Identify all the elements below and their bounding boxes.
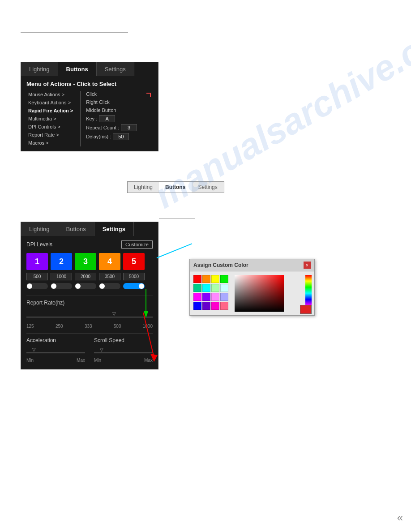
swatch-yellow[interactable] (211, 275, 219, 283)
acceleration-col: Acceleration ▽ Min Max (26, 337, 85, 363)
swatch-red[interactable] (193, 275, 201, 283)
rapid-fire-action[interactable]: Rapid Fire Action > (26, 107, 75, 114)
swatch-light-green[interactable] (211, 284, 219, 292)
scroll-min: Min (94, 358, 101, 363)
dpi-values-row (26, 273, 153, 280)
swatch-light-cyan[interactable] (220, 284, 228, 292)
swatch-hot-pink[interactable] (211, 302, 219, 310)
color-gradient-area[interactable] (235, 275, 311, 312)
swatch-rose[interactable] (220, 302, 228, 310)
dpi-value-2[interactable] (51, 273, 72, 280)
swatch-teal[interactable] (193, 284, 201, 292)
repeat-label: Repeat Count : (86, 125, 119, 130)
swatch-row-4 (193, 302, 228, 310)
tab-buttons-2[interactable]: Buttons (58, 222, 94, 236)
mid-divider (159, 219, 195, 219)
color-panel-header: Assign Custom Color × (190, 259, 314, 271)
small-tab-lighting[interactable]: Lighting (128, 182, 159, 193)
option-right-click[interactable]: Right Click (86, 99, 153, 105)
swatch-violet[interactable] (202, 302, 210, 310)
dpi-btn-1[interactable]: 1 (26, 253, 48, 270)
delay-input[interactable] (113, 133, 129, 140)
dpi-controls[interactable]: DPI Controls > (26, 123, 75, 130)
label-333: 333 (85, 324, 92, 329)
tab-settings-1[interactable]: Settings (97, 62, 134, 76)
color-swatches (193, 275, 228, 312)
dpi-value-1[interactable] (26, 273, 48, 280)
keyboard-actions[interactable]: Keyboard Actions > (26, 99, 75, 106)
accel-max: Max (77, 358, 85, 363)
color-picker-panel: Assign Custom Color × (189, 259, 315, 316)
dpi-btn-3[interactable]: 3 (75, 253, 96, 270)
swatch-blue[interactable] (193, 302, 201, 310)
dpi-value-3[interactable] (75, 273, 96, 280)
accel-min: Min (26, 358, 34, 363)
tab-lighting-1[interactable]: Lighting (21, 62, 58, 76)
key-row: Key : (86, 115, 153, 122)
repeat-row: Repeat Count : (86, 124, 153, 131)
dpi-btn-5[interactable]: 5 (123, 253, 145, 270)
report-rate[interactable]: Report Rate > (26, 131, 75, 138)
repeat-input[interactable] (121, 124, 137, 131)
swatch-pink[interactable] (211, 293, 219, 301)
tab-lighting-2[interactable]: Lighting (21, 222, 58, 236)
toggle-1[interactable] (26, 283, 48, 289)
color-preview (300, 305, 312, 314)
top-divider (21, 32, 128, 33)
toggle-2[interactable] (51, 283, 72, 289)
report-slider[interactable]: ▽ (26, 309, 153, 322)
dpi-label: DPI Levels (26, 241, 52, 248)
dpi-btn-4[interactable]: 4 (99, 253, 120, 270)
toggle-4[interactable] (99, 283, 120, 289)
back-arrow[interactable]: « (397, 511, 403, 524)
bottom-section: Acceleration ▽ Min Max Scroll Speed ▽ Mi… (26, 337, 153, 363)
small-tab-buttons[interactable]: Buttons (159, 182, 192, 193)
toggle-5[interactable] (123, 283, 145, 289)
swatch-lavender[interactable] (220, 293, 228, 301)
toggle-3[interactable] (75, 283, 96, 289)
macros[interactable]: Macros > (26, 139, 75, 146)
swatch-row-2 (193, 284, 228, 292)
svg-line-2 (143, 313, 154, 357)
panel2-tab-bar: Lighting Buttons Settings (21, 222, 158, 236)
mouse-actions[interactable]: Mouse Actions > (26, 91, 75, 98)
dpi-header: DPI Levels Customize (26, 240, 153, 249)
dpi-value-5[interactable] (123, 273, 145, 280)
accel-labels: Min Max (26, 358, 85, 363)
key-label: Key : (86, 116, 97, 121)
swatch-magenta[interactable] (193, 293, 201, 301)
divider-1 (26, 296, 153, 296)
gradient-picker[interactable] (235, 275, 284, 312)
tab-settings-2[interactable]: Settings (94, 222, 134, 236)
tab-buttons-1[interactable]: Buttons (58, 62, 97, 76)
option-middle-button[interactable]: Middle Button (86, 107, 153, 113)
label-250: 250 (56, 324, 63, 329)
svg-marker-3 (150, 354, 158, 362)
dpi-btn-2[interactable]: 2 (51, 253, 72, 270)
report-rate-label: Report Rate(hz) (26, 300, 153, 306)
acceleration-slider[interactable]: ▽ (26, 345, 85, 358)
dpi-value-4[interactable] (99, 273, 120, 280)
swatch-row-3 (193, 293, 228, 301)
buttons-panel: Lighting Buttons Settings Menu of Action… (21, 62, 158, 151)
customize-button[interactable]: Customize (121, 240, 153, 249)
small-tabbar: Lighting Buttons Settings (127, 181, 224, 193)
swatch-green[interactable] (220, 275, 228, 283)
swatch-purple[interactable] (202, 293, 210, 301)
multimedia[interactable]: Multimedia > (26, 115, 75, 122)
scroll-marker: ▽ (100, 347, 103, 352)
cyan-arrow (157, 243, 193, 258)
action-divider (80, 91, 81, 146)
color-close-button[interactable]: × (304, 262, 311, 269)
swatch-orange[interactable] (202, 275, 210, 283)
accel-marker: ▽ (32, 347, 36, 352)
option-click[interactable]: Click (86, 91, 153, 97)
dpi-toggles-row (26, 283, 153, 289)
action-menu: Mouse Actions > Keyboard Actions > Rapid… (26, 91, 75, 146)
key-input[interactable] (99, 115, 115, 122)
red-arrow (141, 313, 163, 362)
menu-title: Menu of Actions - Click to Select (26, 81, 153, 87)
small-tab-settings[interactable]: Settings (192, 182, 223, 193)
swatch-cyan[interactable] (202, 284, 210, 292)
slider-track (26, 317, 153, 317)
